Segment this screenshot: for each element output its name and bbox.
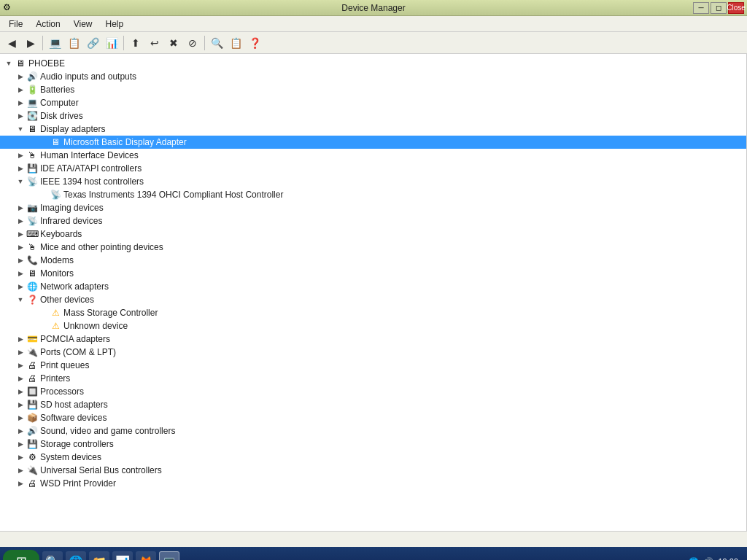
show-resources-button[interactable]: 📊 [103,34,120,52]
expander-wsd[interactable]: ▶ [15,478,26,489]
tree-node-imaging[interactable]: ▶ 📷 Imaging devices [0,201,746,214]
forward-button[interactable]: ▶ [22,34,39,52]
tree-node-batteries[interactable]: ▶ 🔋 Batteries [0,83,746,96]
tree-node-network[interactable]: ▶ 🌐 Network adapters [0,280,746,293]
tree-node-hid[interactable]: ▶ 🖱 Human Interface Devices [0,149,746,162]
tree-node-disk-drives[interactable]: ▶ 💽 Disk drives [0,109,746,122]
rollback-button[interactable]: ↩ [146,34,163,52]
show-classes-button[interactable]: 📋 [65,34,82,52]
taskbar-device-manager[interactable]: 💻 [159,551,179,560]
expander-ports[interactable]: ▶ [15,346,26,358]
expander-infrared[interactable]: ▶ [15,215,26,227]
tree-node-pcmcia[interactable]: ▶ 💳 PCMCIA adapters [0,332,746,346]
tree-node-sound[interactable]: ▶ 🔊 Sound, video and game controllers [0,424,746,438]
expander-system[interactable]: ▶ [15,451,26,463]
show-computer-button[interactable]: 💻 [46,34,63,52]
expander-processors[interactable]: ▶ [15,386,26,397]
tree-node-ieee1394[interactable]: ▼ 📡 IEEE 1394 host controllers [0,175,746,188]
icon-processors: 🔲 [26,386,38,397]
icon-network: 🌐 [26,281,38,292]
menu-view[interactable]: View [68,18,98,31]
tree-node-texas-instruments[interactable]: ▶ 📡 Texas Instruments 1394 OHCI Complian… [0,188,746,201]
expander-usb[interactable]: ▶ [15,464,26,476]
tree-node-ide[interactable]: ▶ 💾 IDE ATA/ATAPI controllers [0,162,746,175]
help-button[interactable]: ❓ [246,34,263,52]
expander-computer[interactable]: ▶ [15,97,26,109]
menu-action[interactable]: Action [30,18,66,31]
expander-other-devices[interactable]: ▼ [15,294,26,306]
tree-node-processors[interactable]: ▶ 🔲 Processors [0,385,746,398]
tree-node-computer[interactable]: ▶ 💻 Computer [0,96,746,109]
expander-ieee1394[interactable]: ▼ [15,176,26,187]
expander-disk-drives[interactable]: ▶ [15,110,26,122]
minimize-button[interactable]: ─ [693,2,709,14]
expander-hid[interactable]: ▶ [15,149,26,161]
expander-sd-host[interactable]: ▶ [15,399,26,411]
tree-node-mass-storage[interactable]: ▶ ⚠ Mass Storage Controller [0,306,746,319]
icon-display-adapters: 🖥 [26,123,38,135]
tree-node-root[interactable]: ▼ 🖥 PHOEBE [0,57,746,70]
tree-node-mice[interactable]: ▶ 🖱 Mice and other pointing devices [0,241,746,254]
expander-modems[interactable]: ▶ [15,254,26,266]
tree-node-software-devices[interactable]: ▶ 📦 Software devices [0,411,746,424]
back-button[interactable]: ◀ [3,34,20,52]
icon-hid: 🖱 [26,149,38,161]
expander-batteries[interactable]: ▶ [15,84,26,96]
icon-unknown-device: ⚠ [50,320,61,332]
taskbar-search[interactable]: 🔍 [42,551,63,560]
expander-keyboards[interactable]: ▶ [15,228,26,240]
tree-node-system[interactable]: ▶ ⚙ System devices [0,451,746,464]
icon-imaging: 📷 [26,202,38,214]
tree-node-ports[interactable]: ▶ 🔌 Ports (COM & LPT) [0,346,746,359]
menu-file[interactable]: File [3,18,28,31]
maximize-button[interactable]: ◻ [711,2,727,14]
tree-node-storage[interactable]: ▶ 💾 Storage controllers [0,438,746,451]
expander-monitors[interactable]: ▶ [15,268,26,279]
taskbar-firefox[interactable]: 🦊 [136,551,156,560]
tree-node-other-devices[interactable]: ▼ ❓ Other devices [0,293,746,306]
tree-node-sd-host[interactable]: ▶ 💾 SD host adapters [0,398,746,411]
tree-node-print-queues[interactable]: ▶ 🖨 Print queues [0,359,746,372]
tree-node-usb[interactable]: ▶ 🔌 Universal Serial Bus controllers [0,464,746,477]
uninstall-button[interactable]: ✖ [165,34,182,52]
expander-storage[interactable]: ▶ [15,438,26,450]
expander-pcmcia[interactable]: ▶ [15,333,26,345]
expander-audio[interactable]: ▶ [15,71,26,82]
expander-display-adapters[interactable]: ▼ [15,123,26,135]
disable-button[interactable]: ⊘ [184,34,201,52]
label-infrared: Infrared devices [40,216,102,226]
properties-button[interactable]: 📋 [227,34,244,52]
expander-print-queues[interactable]: ▶ [15,359,26,371]
tree-node-unknown-device[interactable]: ▶ ⚠ Unknown device [0,319,746,332]
label-wsd: WSD Print Provider [40,478,116,489]
expander-mice[interactable]: ▶ [15,241,26,253]
taskbar-ie[interactable]: 🌐 [66,551,86,560]
tree-node-infrared[interactable]: ▶ 📡 Infrared devices [0,214,746,228]
show-connection-button[interactable]: 🔗 [84,34,101,52]
tree-node-ms-display-adapter[interactable]: ▶ 🖥 Microsoft Basic Display Adapter [0,136,746,149]
taskbar-explorer[interactable]: 📁 [89,551,109,560]
tree-node-modems[interactable]: ▶ 📞 Modems [0,254,746,267]
scan-button[interactable]: 🔍 [208,34,225,52]
menu-help[interactable]: Help [100,18,130,31]
tree-node-wsd[interactable]: ▶ 🖨 WSD Print Provider [0,477,746,490]
tree-node-monitors[interactable]: ▶ 🖥 Monitors [0,267,746,280]
close-button[interactable]: Close [728,2,744,14]
start-button[interactable]: ⊞ [3,550,39,560]
tree-node-keyboards[interactable]: ▶ ⌨ Keyboards [0,228,746,241]
taskbar-excel[interactable]: 📊 [112,551,133,560]
tree-node-audio[interactable]: ▶ 🔊 Audio inputs and outputs [0,70,746,83]
expander-imaging[interactable]: ▶ [15,202,26,214]
expander-printers[interactable]: ▶ [15,373,26,384]
expander-ide[interactable]: ▶ [15,163,26,174]
icon-sound: 🔊 [26,425,38,437]
expander-software-devices[interactable]: ▶ [15,412,26,424]
tree-node-display-adapters[interactable]: ▼ 🖥 Display adapters [0,122,746,136]
expander-root[interactable]: ▼ [3,58,15,69]
device-tree[interactable]: ▼ 🖥 PHOEBE ▶ 🔊 Audio inputs and outputs … [0,54,747,531]
expander-sound[interactable]: ▶ [15,425,26,437]
tree-node-printers[interactable]: ▶ 🖨 Printers [0,372,746,385]
label-modems: Modems [40,255,74,265]
update-driver-button[interactable]: ⬆ [127,34,144,52]
expander-network[interactable]: ▶ [15,281,26,292]
